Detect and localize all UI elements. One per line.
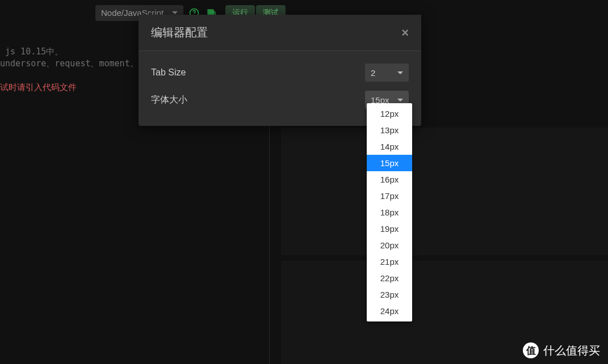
font-size-option[interactable]: 15px <box>367 155 412 171</box>
font-size-option[interactable]: 20px <box>367 237 412 253</box>
watermark-icon: 值 <box>523 342 539 358</box>
modal-header: 编辑器配置 × <box>139 15 421 51</box>
font-size-label: 字体大小 <box>151 94 187 106</box>
font-size-option[interactable]: 21px <box>367 253 412 270</box>
font-size-option[interactable]: 12px <box>367 105 412 122</box>
font-size-option[interactable]: 18px <box>367 204 412 221</box>
caret-down-icon <box>397 99 403 101</box>
font-size-option[interactable]: 24px <box>367 303 412 319</box>
font-size-option[interactable]: 22px <box>367 270 412 286</box>
caret-down-icon <box>397 71 403 74</box>
watermark-text: 什么值得买 <box>543 343 600 358</box>
close-icon[interactable]: × <box>401 27 409 39</box>
tab-size-row: Tab Size 2 <box>151 59 409 86</box>
tab-size-value: 2 <box>371 68 375 78</box>
font-size-option[interactable]: 16px <box>367 171 412 188</box>
tab-size-select[interactable]: 2 <box>365 64 409 82</box>
watermark-icon-text: 值 <box>526 344 536 357</box>
tab-size-label: Tab Size <box>151 67 186 78</box>
font-size-option[interactable]: 23px <box>367 286 412 303</box>
font-size-option[interactable]: 13px <box>367 122 412 138</box>
font-size-option[interactable]: 19px <box>367 221 412 237</box>
font-size-dropdown[interactable]: 12px13px14px15px16px17px18px19px20px21px… <box>367 103 412 321</box>
modal-title: 编辑器配置 <box>151 25 208 40</box>
watermark: 值 什么值得买 <box>523 342 600 358</box>
font-size-option[interactable]: 14px <box>367 138 412 155</box>
font-size-option[interactable]: 17px <box>367 188 412 204</box>
